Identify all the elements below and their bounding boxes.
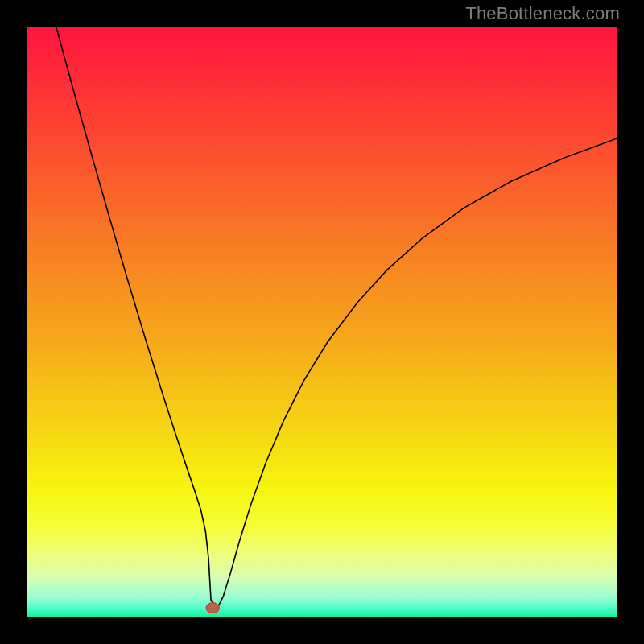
optimum-marker — [206, 603, 219, 613]
gradient-background — [27, 27, 617, 617]
plot-area — [27, 27, 617, 617]
watermark-text: TheBottleneck.com — [465, 3, 620, 24]
outer-frame: TheBottleneck.com — [0, 0, 644, 644]
chart-svg — [27, 27, 617, 617]
